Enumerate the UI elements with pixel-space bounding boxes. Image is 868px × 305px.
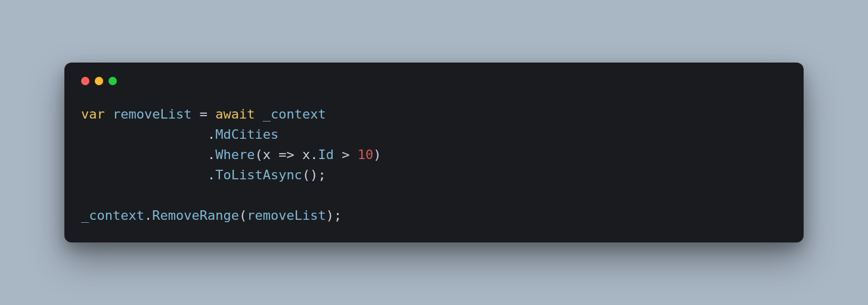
code-line: _context.RemoveRange(removeList); [81,208,342,223]
method: Where [215,147,255,162]
identifier: removeList [113,107,191,122]
keyword-var: var [81,107,105,122]
code-window: var removeList = await _context .MdCitie… [64,63,804,243]
property: Id [318,147,334,162]
method: ToListAsync [215,167,302,182]
maximize-icon[interactable] [108,77,117,85]
minimize-icon[interactable] [95,77,103,85]
lambda-param: x [263,147,271,162]
member: MdCities [215,127,278,142]
method: RemoveRange [152,208,239,223]
number-literal: 10 [358,147,374,162]
window-titlebar [81,77,787,85]
blank-line [81,188,89,203]
code-line: .ToListAsync(); [81,167,326,182]
lambda-arrow: => [278,147,294,162]
identifier: _context [263,107,326,122]
code-line: .MdCities [81,127,278,142]
close-icon[interactable] [81,77,89,85]
identifier: _context [81,208,144,223]
keyword-await: await [215,107,255,122]
code-line: .Where(x => x.Id > 10) [81,147,381,162]
code-line: var removeList = await _context [81,107,326,122]
argument: removeList [247,208,326,223]
equals: = [200,107,207,122]
code-block: var removeList = await _context .MdCitie… [81,104,787,226]
